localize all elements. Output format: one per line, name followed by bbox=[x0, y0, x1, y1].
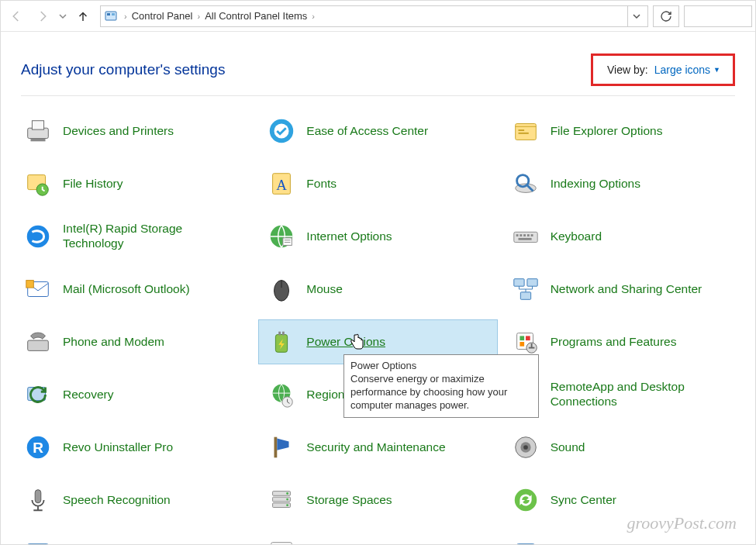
phone-modem-icon bbox=[22, 326, 54, 357]
control-panel-icon bbox=[104, 9, 118, 23]
svg-rect-41 bbox=[520, 342, 524, 347]
svg-rect-31 bbox=[513, 279, 523, 287]
item-label: RemoteApp and Desktop Connections bbox=[551, 380, 734, 409]
item-label: Network and Sharing Center bbox=[551, 282, 702, 297]
item-label: Security and Maintenance bbox=[306, 440, 445, 455]
troubleshooting-icon bbox=[510, 537, 541, 545]
refresh-button[interactable] bbox=[653, 5, 679, 27]
control-panel-item[interactable]: Ease of Access Center bbox=[258, 109, 497, 153]
item-label: Devices and Printers bbox=[63, 124, 174, 139]
control-panel-item[interactable]: File Explorer Options bbox=[502, 109, 741, 153]
item-label: Mail (Microsoft Outlook) bbox=[63, 282, 190, 297]
svg-point-61 bbox=[287, 492, 289, 495]
control-panel-item[interactable]: Internet Options bbox=[258, 214, 497, 259]
control-panel-item[interactable]: Sync Center bbox=[502, 478, 741, 523]
item-label: Keyboard bbox=[551, 229, 602, 244]
control-panel-item[interactable]: Sound bbox=[502, 425, 741, 470]
intel-rst-icon bbox=[22, 221, 54, 252]
tooltip-title: Power Options bbox=[350, 360, 532, 373]
svg-rect-57 bbox=[35, 490, 41, 503]
svg-rect-0 bbox=[105, 12, 116, 20]
item-label: Recovery bbox=[63, 388, 113, 402]
control-panel-item[interactable]: Devices and Printers bbox=[15, 109, 254, 153]
speech-recognition-icon bbox=[22, 485, 54, 516]
nav-up-button[interactable] bbox=[71, 4, 95, 29]
breadcrumb-dropdown-button[interactable] bbox=[627, 6, 644, 26]
svg-rect-40 bbox=[526, 336, 530, 340]
system-icon bbox=[22, 537, 54, 545]
taskbar-navigation-icon bbox=[266, 537, 297, 545]
control-panel-item[interactable]: Network and Sharing Center bbox=[502, 267, 741, 312]
tooltip: Power Options Conserve energy or maximiz… bbox=[343, 354, 539, 418]
breadcrumb-root[interactable]: Control Panel bbox=[130, 9, 195, 23]
viewby-highlight-box: View by: Large icons ▼ bbox=[591, 53, 735, 86]
control-panel-item[interactable]: Recovery bbox=[15, 372, 254, 417]
item-label: Ease of Access Center bbox=[306, 124, 428, 139]
control-panel-item[interactable]: Mouse bbox=[258, 267, 497, 312]
svg-rect-39 bbox=[520, 336, 524, 340]
recovery-icon bbox=[22, 379, 54, 410]
svg-rect-2 bbox=[112, 13, 115, 16]
indexing-options-icon bbox=[510, 168, 541, 199]
keyboard-icon bbox=[510, 221, 541, 252]
svg-rect-33 bbox=[520, 292, 530, 300]
svg-text:R: R bbox=[33, 440, 43, 456]
control-panel-item[interactable]: Mail (Microsoft Outlook) bbox=[15, 267, 254, 312]
svg-rect-4 bbox=[32, 121, 43, 129]
svg-rect-32 bbox=[527, 279, 537, 287]
item-label: Storage Spaces bbox=[306, 493, 392, 508]
ease-of-access-icon bbox=[266, 116, 297, 147]
item-label: Region bbox=[306, 388, 344, 402]
tooltip-body: Conserve energy or maximize performance … bbox=[350, 373, 532, 412]
svg-rect-8 bbox=[515, 124, 536, 140]
control-panel-item[interactable]: Security and Maintenance bbox=[258, 425, 497, 470]
breadcrumb[interactable]: › Control Panel › All Control Panel Item… bbox=[100, 5, 648, 27]
control-panel-item[interactable]: AFonts bbox=[258, 161, 497, 206]
devices-printers-icon bbox=[22, 116, 54, 147]
control-panel-item[interactable]: Indexing Options bbox=[502, 161, 741, 206]
control-panel-item[interactable]: Troubleshooting bbox=[502, 530, 741, 545]
item-label: Sound bbox=[551, 440, 585, 455]
control-panel-item[interactable]: File History bbox=[15, 161, 254, 206]
search-input[interactable] bbox=[684, 5, 752, 27]
control-panel-item[interactable]: Phone and Modem bbox=[15, 319, 254, 364]
item-label: Phone and Modem bbox=[63, 335, 164, 350]
item-label: Indexing Options bbox=[551, 177, 640, 191]
control-panel-grid: Devices and PrintersEase of Access Cente… bbox=[1, 105, 755, 545]
item-label: Revo Uninstaller Pro bbox=[63, 440, 173, 455]
svg-rect-1 bbox=[107, 13, 110, 16]
nav-forward-button[interactable] bbox=[30, 4, 55, 29]
viewby-dropdown[interactable]: Large icons ▼ bbox=[654, 64, 720, 76]
storage-spaces-icon bbox=[266, 485, 297, 516]
file-explorer-options-icon bbox=[510, 116, 541, 147]
svg-point-62 bbox=[287, 498, 289, 501]
item-label: Power Options bbox=[306, 335, 385, 350]
svg-text:A: A bbox=[276, 177, 287, 193]
breadcrumb-sub[interactable]: All Control Panel Items bbox=[203, 9, 309, 23]
svg-point-17 bbox=[27, 226, 50, 248]
viewby-value-text: Large icons bbox=[654, 64, 710, 76]
item-label: Sync Center bbox=[551, 493, 616, 508]
svg-rect-22 bbox=[520, 234, 522, 236]
mouse-icon bbox=[266, 274, 297, 305]
svg-rect-26 bbox=[518, 238, 531, 240]
svg-rect-25 bbox=[530, 234, 533, 236]
svg-rect-44 bbox=[528, 347, 534, 349]
programs-features-icon bbox=[510, 326, 541, 357]
item-label: Intel(R) Rapid Storage Technology bbox=[63, 222, 246, 250]
sound-icon bbox=[510, 432, 541, 463]
control-panel-item[interactable]: Keyboard bbox=[502, 214, 741, 259]
page-title: Adjust your computer's settings bbox=[21, 61, 225, 78]
control-panel-item[interactable]: System bbox=[15, 530, 254, 545]
control-panel-item[interactable]: RRevo Uninstaller Pro bbox=[15, 425, 254, 470]
revo-uninstaller-icon: R bbox=[22, 432, 54, 463]
recent-locations-button[interactable] bbox=[57, 4, 69, 29]
svg-rect-24 bbox=[527, 234, 530, 236]
control-panel-item[interactable]: Speech Recognition bbox=[15, 478, 254, 523]
viewby-label: View by: bbox=[607, 64, 648, 76]
control-panel-item[interactable]: Intel(R) Rapid Storage Technology bbox=[15, 214, 254, 259]
svg-rect-5 bbox=[31, 139, 46, 142]
control-panel-item[interactable]: Storage Spaces bbox=[258, 478, 497, 523]
control-panel-item[interactable]: Taskbar and Navigation bbox=[258, 530, 497, 545]
nav-back-button[interactable] bbox=[4, 4, 29, 29]
